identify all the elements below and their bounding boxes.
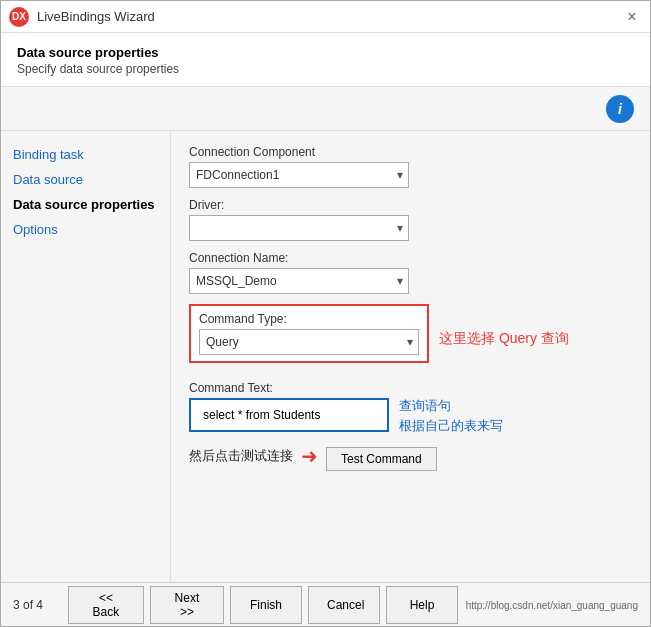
info-icon[interactable]: i [606,95,634,123]
finish-button[interactable]: Finish [230,586,302,624]
driver-select-wrapper[interactable] [189,215,409,241]
url-bar: http://blog.csdn.net/xian_guang_guang [466,600,638,611]
sql-annotations: 查询语句 根据自己的表来写 [399,381,503,435]
sidebar-item-data-source[interactable]: Data source [13,172,158,187]
header-title: Data source properties [17,45,634,60]
command-text-label: Command Text: [189,381,389,395]
sidebar-item-options[interactable]: Options [13,222,158,237]
sidebar-link-binding-task[interactable]: Binding task [13,147,84,162]
page-indicator: 3 of 4 [13,598,68,612]
query-hint-annotation: 这里选择 Query 查询 [439,330,569,348]
driver-group: Driver: [189,198,632,241]
sql-hint-annotation: 查询语句 [399,397,503,415]
arrow-icon: ➜ [301,444,318,468]
connection-component-select[interactable]: FDConnection1 [189,162,409,188]
wizard-window: DX LiveBindings Wizard × Data source pro… [0,0,651,627]
connection-component-select-wrapper[interactable]: FDConnection1 [189,162,409,188]
driver-select[interactable] [189,215,409,241]
sql-hint2-annotation: 根据自己的表来写 [399,417,503,435]
sidebar: Binding task Data source Data source pro… [1,131,171,582]
next-button[interactable]: Next >> [150,586,224,624]
command-type-select-wrapper[interactable]: Query Table StoredProc [199,329,419,355]
connection-name-label: Connection Name: [189,251,632,265]
footer-buttons: << Back Next >> Finish Cancel Help [68,586,458,624]
driver-label: Driver: [189,198,632,212]
connection-component-label: Connection Component [189,145,632,159]
cancel-button[interactable]: Cancel [308,586,380,624]
sidebar-link-data-source-properties: Data source properties [13,197,155,212]
sidebar-link-data-source[interactable]: Data source [13,172,83,187]
content-area: Binding task Data source Data source pro… [1,131,650,582]
back-button[interactable]: << Back [68,586,144,624]
connection-component-group: Connection Component FDConnection1 [189,145,632,188]
connection-name-select[interactable]: MSSQL_Demo [189,268,409,294]
sidebar-item-data-source-properties[interactable]: Data source properties [13,197,158,212]
sidebar-link-options[interactable]: Options [13,222,58,237]
command-text-input-wrapper[interactable] [189,398,389,432]
command-text-input[interactable] [199,400,379,430]
connection-name-group: Connection Name: MSSQL_Demo [189,251,632,294]
main-content: Connection Component FDConnection1 Drive… [171,131,650,582]
sidebar-item-binding-task[interactable]: Binding task [13,147,158,162]
test-command-label: Test Command [341,452,422,466]
command-type-label: Command Type: [199,312,419,326]
help-button[interactable]: Help [386,586,458,624]
command-type-select[interactable]: Query Table StoredProc [199,329,419,355]
title-bar: DX LiveBindings Wizard × [1,1,650,33]
header-section: Data source properties Specify data sour… [1,33,650,87]
connection-name-select-wrapper[interactable]: MSSQL_Demo [189,268,409,294]
footer: 3 of 4 << Back Next >> Finish Cancel Hel… [1,582,650,626]
command-text-group: Command Text: [189,381,389,432]
app-logo: DX [9,7,29,27]
header-subtitle: Specify data source properties [17,62,634,76]
window-title: LiveBindings Wizard [37,9,622,24]
test-command-button[interactable]: Test Command [326,447,437,471]
close-button[interactable]: × [622,7,642,27]
click-hint-annotation: 然后点击测试连接 [189,447,293,465]
command-type-group: Command Type: Query Table StoredProc [189,304,429,363]
info-bar: i [1,87,650,131]
